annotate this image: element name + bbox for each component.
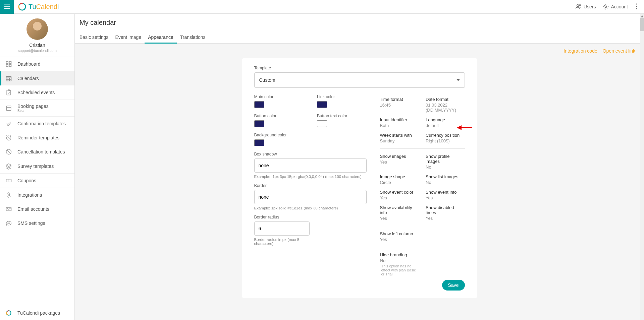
border-radius-input[interactable] xyxy=(254,221,310,236)
check-icon xyxy=(5,120,12,127)
box-shadow-field: Box shadow Example: -1px 3px 15px rgba(0… xyxy=(254,152,367,179)
input-identifier-option[interactable]: Input identifierBoth xyxy=(380,117,419,128)
left-column: Main color Link color Button color xyxy=(254,94,367,291)
tabs: Basic settings Event image Appearance Tr… xyxy=(75,31,640,43)
button-text-color-field: Button text color xyxy=(317,114,367,128)
more-menu-button[interactable] xyxy=(633,3,641,10)
tab-appearance[interactable]: Appearance xyxy=(145,31,177,43)
link-color-label: Link color xyxy=(317,94,367,99)
nav-sms-settings[interactable]: SMS settings xyxy=(0,216,74,230)
mail-icon xyxy=(5,206,12,212)
nav-label: TuCalendi packages xyxy=(17,310,60,316)
clipboard-check-icon xyxy=(5,89,12,96)
page-icon xyxy=(5,105,12,112)
border-radius-hint: Border radius in px (max 5 characters) xyxy=(254,238,310,246)
svg-rect-25 xyxy=(6,106,11,110)
hide-branding-hint: This option has no effect with plan Basi… xyxy=(380,264,419,276)
top-bar: TuCalendi Users Account xyxy=(0,0,644,14)
nav-label: Email accounts xyxy=(17,206,49,212)
show-event-info-option[interactable]: Show event infoYes xyxy=(426,190,465,200)
avatar[interactable] xyxy=(26,18,48,40)
account-button[interactable]: Account xyxy=(600,1,630,12)
svg-point-34 xyxy=(8,223,8,223)
nav-confirmation-templates[interactable]: Confirmation templates xyxy=(0,117,74,131)
svg-point-8 xyxy=(605,6,607,8)
box-shadow-hint: Example: -1px 3px 15px rgba(0,0,0,0.04) … xyxy=(254,175,367,179)
nav-label: Dashboard xyxy=(17,61,41,67)
svg-point-7 xyxy=(579,5,581,6)
nav-survey-templates[interactable]: Survey templates xyxy=(0,159,74,173)
logo[interactable]: TuCalendi xyxy=(18,2,59,11)
hide-branding-option[interactable]: Hide branding No This option has no effe… xyxy=(380,252,419,276)
image-shape-option[interactable]: Image shapeCircle xyxy=(380,174,419,185)
dots-vertical-icon xyxy=(636,3,637,9)
nav-cancellation-templates[interactable]: Cancellation templates xyxy=(0,145,74,159)
button-text-color-label: Button text color xyxy=(317,114,367,118)
currency-position-option[interactable]: Currency positionRight (100$) xyxy=(426,133,465,143)
template-value: Custom xyxy=(259,77,275,83)
nav-packages[interactable]: TuCalendi packages xyxy=(0,306,74,320)
nav-label: Scheduled events xyxy=(17,90,55,95)
tab-basic-settings[interactable]: Basic settings xyxy=(79,31,112,43)
time-format-option[interactable]: Time format16:45 xyxy=(380,97,419,113)
week-starts-option[interactable]: Week starts withSunday xyxy=(380,133,419,143)
tab-translations[interactable]: Translations xyxy=(177,31,209,43)
link-color-swatch[interactable] xyxy=(317,101,327,108)
nav-label: Coupons xyxy=(17,178,36,183)
nav-dashboard[interactable]: Dashboard xyxy=(0,57,74,71)
chevron-down-icon xyxy=(457,79,460,81)
button-color-swatch[interactable] xyxy=(254,120,264,127)
show-availability-option[interactable]: Show availability infoYes xyxy=(380,205,419,221)
nav-coupons[interactable]: Coupons xyxy=(0,174,74,188)
action-links: Integration code Open event link xyxy=(75,44,644,58)
hamburger-icon xyxy=(3,3,11,10)
layers-icon xyxy=(5,163,12,170)
language-option[interactable]: Languagedefault xyxy=(426,117,465,128)
box-shadow-input[interactable] xyxy=(254,158,367,173)
scrollbar-thumb[interactable] xyxy=(640,18,644,31)
user-email: support@tucalendi.com xyxy=(0,49,74,53)
nav-scheduled-events[interactable]: Scheduled events xyxy=(0,85,74,100)
template-field: Template Custom xyxy=(254,66,465,88)
nav-label: SMS settings xyxy=(17,220,45,226)
nav-booking-pages[interactable]: Booking pagesBeta xyxy=(0,100,74,116)
scroll-up-arrow[interactable]: ▴ xyxy=(640,14,644,18)
open-event-link[interactable]: Open event link xyxy=(603,48,635,54)
button-text-color-swatch[interactable] xyxy=(317,120,327,127)
main-color-swatch[interactable] xyxy=(254,101,264,108)
nav-reminder-templates[interactable]: Reminder templates xyxy=(0,131,74,145)
show-images-option[interactable]: Show imagesYes xyxy=(380,154,419,170)
tab-event-image[interactable]: Event image xyxy=(112,31,145,43)
show-event-color-option[interactable]: Show event colorYes xyxy=(380,190,419,200)
show-disabled-times-option[interactable]: Show disabled timesYes xyxy=(426,205,465,221)
nav-calendars[interactable]: Calendars xyxy=(0,71,74,85)
show-list-images-option[interactable]: Show list imagesNo xyxy=(426,174,465,185)
svg-line-29 xyxy=(7,150,10,153)
border-input[interactable] xyxy=(254,190,367,204)
show-left-column-option[interactable]: Show left columnYes xyxy=(380,231,419,242)
nav-integrations[interactable]: Integrations xyxy=(0,188,74,202)
user-name: Cristian xyxy=(0,43,74,48)
hamburger-menu-button[interactable] xyxy=(0,0,14,14)
users-label: Users xyxy=(584,4,596,9)
svg-rect-30 xyxy=(6,179,11,182)
svg-point-36 xyxy=(9,223,10,223)
right-column: Time format16:45 Date format01.03.2022 (… xyxy=(380,94,465,291)
integration-code-link[interactable]: Integration code xyxy=(564,48,597,54)
scrollbar[interactable]: ▴ xyxy=(640,14,644,320)
logo-icon xyxy=(5,310,12,316)
save-button[interactable]: Save xyxy=(442,280,465,291)
nav-label: Cancellation templates xyxy=(17,149,65,154)
nav-email-accounts[interactable]: Email accounts xyxy=(0,202,74,216)
nav-label: Confirmation templates xyxy=(17,121,66,126)
users-button[interactable]: Users xyxy=(573,1,598,12)
show-profile-images-option[interactable]: Show profile imagesNo xyxy=(426,154,465,170)
template-label: Template xyxy=(254,66,465,70)
sidebar: Cristian support@tucalendi.com Dashboard… xyxy=(0,14,74,320)
page-title: My calendar xyxy=(75,14,640,26)
date-format-option[interactable]: Date format01.03.2022 (DD.MM.YYYY) xyxy=(426,97,465,113)
background-color-swatch[interactable] xyxy=(254,139,264,146)
background-color-field: Background color xyxy=(254,133,367,147)
template-select[interactable]: Custom xyxy=(254,72,465,88)
top-right: Users Account xyxy=(573,1,644,12)
